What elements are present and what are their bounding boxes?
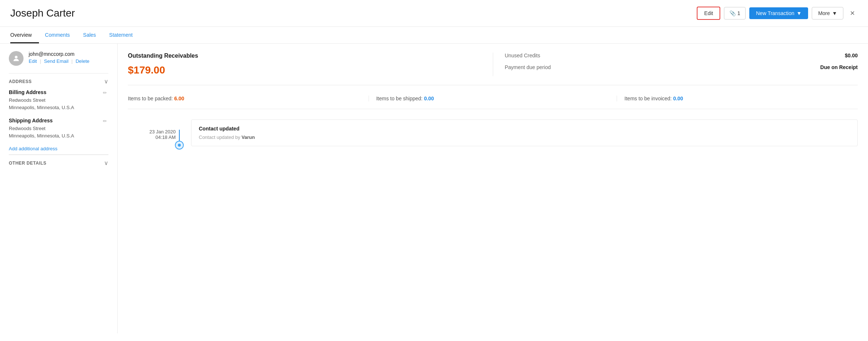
timeline-card-body: Contact updated by Varun [199, 134, 850, 140]
billing-address-edit-button[interactable]: ✏ [101, 89, 108, 96]
payment-due-label: Payment due period [505, 64, 551, 70]
new-transaction-button[interactable]: New Transaction ▼ [749, 7, 808, 19]
more-label: More [818, 10, 830, 16]
payment-due-row: Payment due period Due on Receipt [505, 64, 858, 70]
address-section-label: ADDRESS [9, 79, 32, 84]
timeline-date: 23 Jan 2020 [149, 129, 176, 134]
timeline-axis [176, 119, 183, 150]
tab-statement[interactable]: Statement [109, 27, 140, 43]
page-title: Joseph Carter [10, 7, 697, 19]
timeline-time: 04:18 AM [155, 134, 176, 140]
dropdown-arrow-icon: ▼ [797, 10, 802, 16]
timeline-content: Contact updated Contact updated by Varun [187, 119, 858, 150]
attachment-count: 1 [737, 10, 740, 16]
other-details-section: OTHER DETAILS ∨ [9, 154, 108, 171]
billing-address-line1: Redwoods Street [9, 97, 74, 104]
timeline-circle-dot [178, 144, 181, 147]
items-packed-label: Items to be packed: [128, 96, 173, 101]
items-packed-value: 6.00 [174, 96, 184, 101]
sidebar: john@mnccorp.com Edit | Send Email | Del… [0, 44, 118, 333]
items-shipped-label: Items to be shipped: [376, 96, 423, 101]
shipping-address-line1: Redwoods Street [9, 125, 74, 132]
other-details-label: OTHER DETAILS [9, 161, 46, 166]
outstanding-amount: $179.00 [128, 64, 481, 76]
items-invoiced-label: Items to be invoiced: [624, 96, 671, 101]
timeline-card: Contact updated Contact updated by Varun [191, 119, 858, 146]
billing-address-line2: Minneapolis, Minnesota, U.S.A [9, 104, 74, 111]
timeline-card-title: Contact updated [199, 126, 850, 132]
paperclip-icon: 📎 [729, 10, 736, 16]
tabs-bar: Overview Comments Sales Statement [0, 27, 868, 44]
shipping-address-line2: Minneapolis, Minnesota, U.S.A [9, 132, 74, 140]
attachment-button[interactable]: 📎 1 [724, 7, 746, 19]
financials-row: Outstanding Receivables $179.00 Unused C… [128, 53, 858, 85]
new-transaction-label: New Transaction [756, 10, 794, 16]
main-content: Outstanding Receivables $179.00 Unused C… [118, 44, 868, 333]
timeline-circle [175, 141, 184, 150]
unused-credits-row: Unused Credits $0.00 [505, 53, 858, 58]
timeline-wrapper: 23 Jan 2020 04:18 AM Contact updated Con… [128, 119, 858, 150]
items-shipped-value: 0.00 [424, 96, 434, 101]
content-area: john@mnccorp.com Edit | Send Email | Del… [0, 44, 868, 333]
shipping-address-edit-button[interactable]: ✏ [101, 118, 108, 125]
contact-actions: Edit | Send Email | Delete [29, 58, 89, 64]
payment-due-value: Due on Receipt [820, 64, 858, 70]
more-chevron-icon: ▼ [832, 10, 837, 16]
other-details-chevron-icon: ∨ [104, 159, 108, 166]
shipping-address-title: Shipping Address [9, 118, 74, 123]
edit-button[interactable]: Edit [697, 7, 720, 20]
items-shipped-section: Items to be shipped: 0.00 [369, 96, 617, 101]
page-header: Joseph Carter Edit 📎 1 New Transaction ▼… [0, 0, 868, 27]
tab-comments[interactable]: Comments [45, 27, 77, 43]
items-invoiced-section: Items to be invoiced: 0.00 [617, 96, 858, 101]
header-actions: Edit 📎 1 New Transaction ▼ More ▼ × [697, 7, 858, 20]
timeline-line-top [179, 130, 180, 141]
pencil-icon-2: ✏ [103, 118, 107, 124]
contact-info: john@mnccorp.com Edit | Send Email | Del… [29, 51, 89, 64]
other-details-header[interactable]: OTHER DETAILS ∨ [9, 155, 108, 171]
tab-sales[interactable]: Sales [83, 27, 103, 43]
unused-credits-value: $0.00 [845, 53, 858, 58]
address-chevron-icon: ∨ [104, 78, 108, 85]
billing-address-block: Billing Address Redwoods Street Minneapo… [9, 89, 108, 111]
contact-edit-link[interactable]: Edit [29, 58, 37, 64]
add-address-link[interactable]: Add additional address [9, 146, 108, 151]
items-invoiced-value: 0.00 [673, 96, 683, 101]
address-section-header[interactable]: ADDRESS ∨ [9, 73, 108, 89]
timeline-author: Varun [241, 134, 255, 140]
items-row: Items to be packed: 6.00 Items to be shi… [128, 96, 858, 109]
credits-section: Unused Credits $0.00 Payment due period … [493, 53, 858, 76]
billing-address-title: Billing Address [9, 89, 74, 95]
contact-send-email-link[interactable]: Send Email [44, 58, 68, 64]
contact-email: john@mnccorp.com [29, 51, 89, 57]
contact-delete-link[interactable]: Delete [76, 58, 90, 64]
contact-row: john@mnccorp.com Edit | Send Email | Del… [9, 51, 108, 66]
tab-overview[interactable]: Overview [10, 27, 39, 43]
outstanding-section: Outstanding Receivables $179.00 [128, 53, 493, 76]
svg-point-0 [15, 56, 17, 58]
pencil-icon: ✏ [103, 90, 107, 96]
more-button[interactable]: More ▼ [812, 7, 843, 19]
unused-credits-label: Unused Credits [505, 53, 541, 58]
timeline-date-col: 23 Jan 2020 04:18 AM [128, 119, 176, 150]
items-packed-section: Items to be packed: 6.00 [128, 96, 369, 101]
shipping-address-block: Shipping Address Redwoods Street Minneap… [9, 118, 108, 139]
outstanding-label: Outstanding Receivables [128, 53, 481, 59]
close-button[interactable]: × [847, 7, 858, 19]
avatar [9, 51, 24, 66]
